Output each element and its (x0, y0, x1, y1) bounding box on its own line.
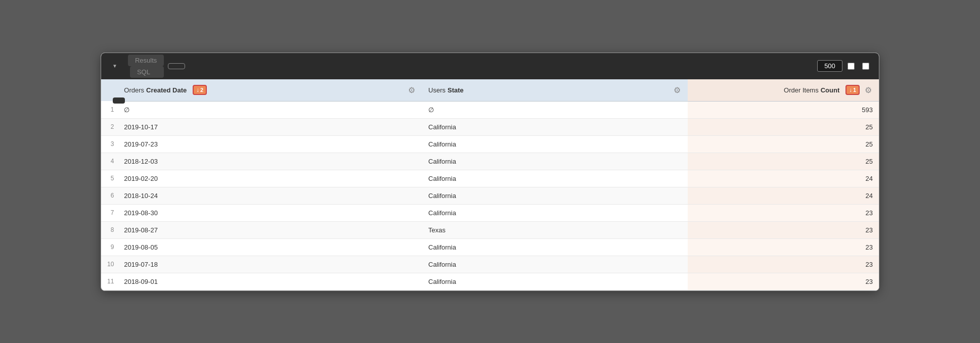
table-row: 11 2018-09-01 California 23 (101, 273, 879, 290)
table-row: 8 2019-08-27 Texas 23 (101, 221, 879, 238)
main-window: ▼ Results SQL (101, 53, 879, 291)
cell-state: California (422, 256, 688, 273)
table-row: 1 ∅ ∅ 593 (101, 101, 879, 118)
row-number: 6 (101, 187, 118, 204)
row-limit-input[interactable] (817, 60, 842, 72)
row-number: 7 (101, 204, 118, 221)
cell-date: 2019-02-20 (118, 170, 422, 187)
th-count-bold: Count (821, 86, 840, 94)
count-sort-arrow-icon: ↓ (849, 86, 852, 93)
th-orders-created-date: Orders Created Date ↓ 2 ⚙ (118, 79, 422, 102)
cell-date: 2019-10-17 (118, 118, 422, 135)
count-sort-badge[interactable]: ↓ 1 (845, 85, 860, 95)
th-date-prefix: Orders (124, 86, 144, 94)
cell-state: California (422, 135, 688, 153)
cell-count: 593 (688, 101, 879, 118)
th-state-inner: Users State ⚙ (428, 84, 682, 96)
cell-state: California (422, 153, 688, 170)
cell-count: 25 (688, 135, 879, 153)
row-number: 3 (101, 135, 118, 153)
th-date-bold: Created Date (146, 86, 187, 94)
date-sort-num: 2 (200, 87, 203, 93)
cell-count: 25 (688, 118, 879, 135)
th-date-inner: Orders Created Date ↓ 2 ⚙ (124, 84, 416, 96)
totals-checkbox[interactable] (848, 63, 855, 70)
toggle-arrow-icon: ▼ (112, 63, 117, 69)
cell-state: California (422, 187, 688, 204)
cell-count: 24 (688, 187, 879, 204)
table-row: 10 2019-07-18 California 23 (101, 256, 879, 273)
date-sort-arrow-icon: ↓ (196, 86, 199, 93)
state-column-settings-icon[interactable]: ⚙ (673, 84, 682, 96)
cell-date: 2019-08-27 (118, 221, 422, 238)
cell-count: 24 (688, 170, 879, 187)
th-state-prefix: Users (428, 86, 446, 94)
cell-state: ∅ (422, 101, 688, 118)
table-row: 4 2018-12-03 California 25 (101, 153, 879, 170)
table-row: 2 2019-10-17 California 25 (101, 118, 879, 135)
th-order-items-count: Order Items Count ↓ 1 ⚙ (688, 79, 879, 102)
sql-tab[interactable]: SQL (130, 66, 164, 78)
date-sort-badge[interactable]: ↓ 2 (193, 85, 207, 95)
cell-state: California (422, 273, 688, 290)
cell-count: 23 (688, 238, 879, 256)
toolbar-left: ▼ Results SQL (108, 55, 807, 78)
th-count-title: Order Items Count ↓ 1 (784, 85, 860, 95)
add-calculation-button[interactable] (168, 63, 185, 69)
data-toggle[interactable]: ▼ (108, 61, 124, 71)
cell-date: 2018-09-01 (118, 273, 422, 290)
th-count-inner: Order Items Count ↓ 1 ⚙ (694, 84, 873, 96)
cell-count: 23 (688, 273, 879, 290)
row-number: 9 (101, 238, 118, 256)
cell-date: 2019-07-18 (118, 256, 422, 273)
table-body: 1 ∅ ∅ 593 2 2019-10-17 California 25 3 2… (101, 101, 879, 290)
row-number: 11 (101, 273, 118, 290)
table-row: 3 2019-07-23 California 25 (101, 135, 879, 153)
toolbar-right (812, 60, 872, 72)
row-number: 5 (101, 170, 118, 187)
cell-date: ∅ (118, 101, 422, 118)
th-users-state: Users State ⚙ (422, 79, 688, 102)
totals-checkbox-group[interactable] (848, 63, 857, 70)
cell-date: 2019-08-30 (118, 204, 422, 221)
row-number: 2 (101, 118, 118, 135)
cell-state: California (422, 170, 688, 187)
cell-date: 2019-08-05 (118, 238, 422, 256)
cell-count: 23 (688, 221, 879, 238)
table-row: 9 2019-08-05 California 23 (101, 238, 879, 256)
row-number: 1 (101, 101, 118, 118)
count-column-settings-icon[interactable]: ⚙ (864, 84, 873, 96)
th-state-bold: State (448, 86, 464, 94)
row-number: 8 (101, 221, 118, 238)
cell-count: 23 (688, 256, 879, 273)
row-number: 4 (101, 153, 118, 170)
table-row: 6 2018-10-24 California 24 (101, 187, 879, 204)
count-sort-num: 1 (853, 87, 856, 93)
row-number: 10 (101, 256, 118, 273)
th-count-prefix: Order Items (784, 86, 819, 94)
subtotals-checkbox[interactable] (862, 63, 869, 70)
table-container: Orders Created Date ↓ 2 ⚙ (101, 79, 879, 290)
results-tab[interactable]: Results (128, 55, 164, 66)
cell-count: 25 (688, 153, 879, 170)
cell-state: Texas (422, 221, 688, 238)
cell-state: California (422, 118, 688, 135)
cell-state: California (422, 204, 688, 221)
cell-state: California (422, 238, 688, 256)
tooltip-container: Results SQL (128, 55, 164, 78)
cell-date: 2019-07-23 (118, 135, 422, 153)
cell-date: 2018-10-24 (118, 187, 422, 204)
toolbar: ▼ Results SQL (101, 53, 879, 79)
th-date-title: Orders Created Date ↓ 2 (124, 85, 207, 95)
date-column-settings-icon[interactable]: ⚙ (407, 84, 416, 96)
subtotals-checkbox-group[interactable] (862, 63, 872, 70)
data-table: Orders Created Date ↓ 2 ⚙ (101, 79, 879, 290)
cell-count: 23 (688, 204, 879, 221)
th-row-num-spacer (101, 79, 118, 102)
table-row: 7 2019-08-30 California 23 (101, 204, 879, 221)
cell-date: 2018-12-03 (118, 153, 422, 170)
th-state-title: Users State (428, 86, 464, 94)
table-row: 5 2019-02-20 California 24 (101, 170, 879, 187)
